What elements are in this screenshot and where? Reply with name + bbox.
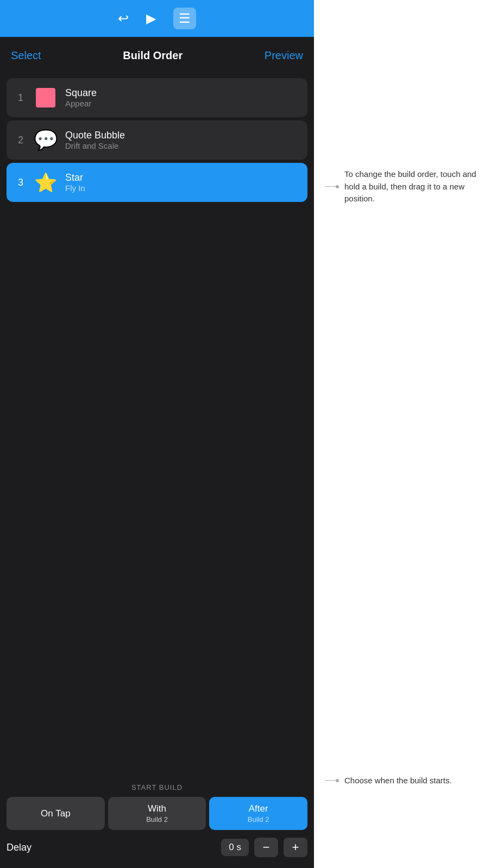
build-name-1: Square [65,87,97,99]
play-icon[interactable]: ▶ [146,11,156,26]
star-icon: ⭐ [34,170,58,194]
delay-value: 0 s [221,839,249,856]
after-build-button[interactable]: After Build 2 [209,797,307,830]
start-build-label: START BUILD [7,783,307,791]
quote-bubble-icon: 💬 [34,128,58,152]
build-item-1[interactable]: 1 Square Appear [7,78,307,117]
build-list: 1 Square Appear 2 💬 Quote Bubble Drift a… [0,74,314,206]
callout-1-wrapper: To change the build order, touch and hol… [325,168,492,205]
callout-2-wrapper: Choose when the build starts. [325,775,492,787]
delay-minus-button[interactable]: − [254,838,278,857]
with-build-button[interactable]: With Build 2 [108,797,206,830]
page-title: Build Order [123,49,183,62]
callout-1-dot [336,185,339,188]
with-label: With [148,803,166,814]
build-item-2[interactable]: 2 💬 Quote Bubble Drift and Scale [7,121,307,160]
callout-1-hline [325,186,336,187]
build-sub-3: Fly In [65,183,85,193]
list-icon[interactable]: ☰ [173,8,196,29]
right-panel: To change the build order, touch and hol… [314,0,503,868]
after-label: After [249,803,268,814]
build-number-3: 3 [15,177,26,188]
delay-label: Delay [7,842,216,853]
undo-icon[interactable]: ↩ [118,11,129,26]
build-name-3: Star [65,172,85,183]
callout-1-text: To change the build order, touch and hol… [344,168,492,205]
build-item-3[interactable]: 3 ⭐ Star Fly In [7,163,307,202]
preview-button[interactable]: Preview [265,49,303,62]
callout-2-dot [336,779,339,782]
build-name-2: Quote Bubble [65,130,125,141]
select-button[interactable]: Select [11,49,41,62]
build-sub-2: Drift and Scale [65,141,125,150]
on-tap-label: On Tap [41,808,71,819]
delay-plus-button[interactable]: + [284,838,307,857]
build-number-2: 2 [15,135,26,146]
delay-row: Delay 0 s − + [7,838,307,857]
left-panel: ↩ ▶ ☰ Select Build Order Preview 1 Squar… [0,0,314,868]
top-bar: ↩ ▶ ☰ [0,0,314,37]
build-number-1: 1 [15,92,26,104]
nav-row: Select Build Order Preview [0,37,314,74]
trigger-buttons: On Tap With Build 2 After Build 2 [7,797,307,830]
callout-2-text: Choose when the build starts. [344,775,452,787]
build-sub-1: Appear [65,99,97,108]
square-icon [34,86,58,110]
callout-2-hline [325,780,336,781]
after-sub-label: Build 2 [248,815,269,823]
with-sub-label: Build 2 [146,815,168,823]
on-tap-button[interactable]: On Tap [7,797,105,830]
bottom-section: START BUILD On Tap With Build 2 After Bu… [0,783,314,868]
